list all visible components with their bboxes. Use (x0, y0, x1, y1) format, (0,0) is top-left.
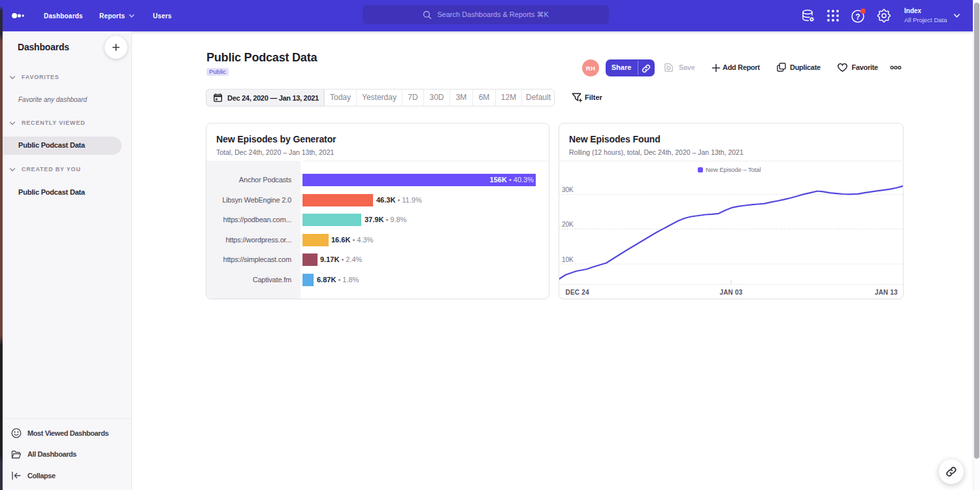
svg-text:?: ? (855, 12, 860, 22)
svg-text:10K: 10K (562, 256, 574, 263)
svg-text:JAN 13: JAN 13 (875, 289, 898, 296)
svg-text:30K: 30K (562, 186, 574, 193)
svg-text:JAN 03: JAN 03 (719, 289, 742, 296)
svg-text:DEC 24: DEC 24 (566, 289, 589, 296)
svg-text:20K: 20K (562, 221, 574, 228)
